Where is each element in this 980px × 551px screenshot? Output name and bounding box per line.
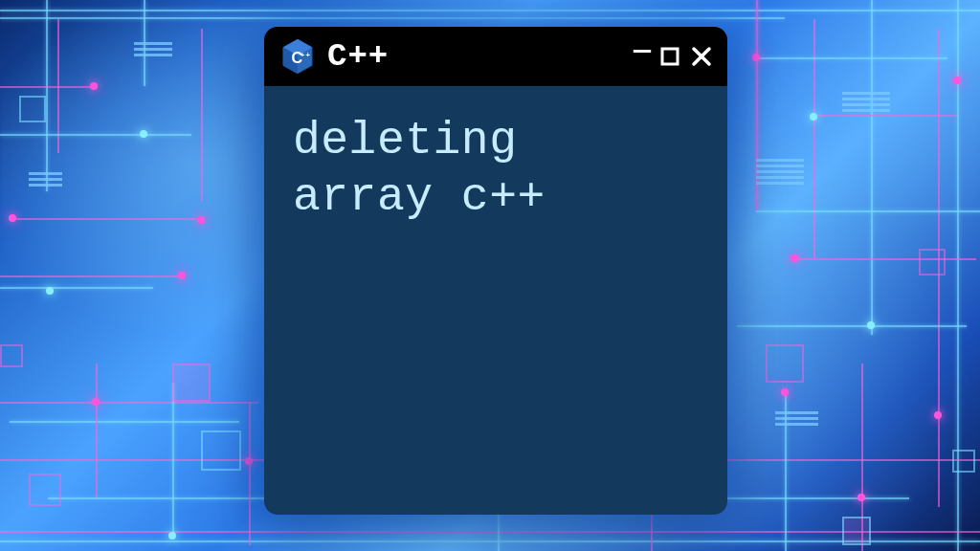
svg-rect-6 (662, 49, 678, 64)
minimize-button[interactable]: — (634, 36, 649, 77)
window-body: deleting array c++ (264, 86, 727, 515)
maximize-icon (660, 47, 679, 66)
titlebar[interactable]: C + + C++ — (264, 27, 727, 86)
svg-text:+: + (306, 51, 311, 59)
svg-text:+: + (301, 51, 305, 59)
cpp-icon: C + + (281, 38, 314, 75)
window-title: C++ (327, 38, 620, 75)
app-window: C + + C++ — deleting array c++ (264, 27, 727, 515)
close-icon (691, 46, 712, 67)
window-controls: — (634, 36, 712, 77)
maximize-button[interactable] (660, 47, 679, 66)
body-text: deleting array c++ (293, 113, 699, 225)
close-button[interactable] (691, 46, 712, 67)
